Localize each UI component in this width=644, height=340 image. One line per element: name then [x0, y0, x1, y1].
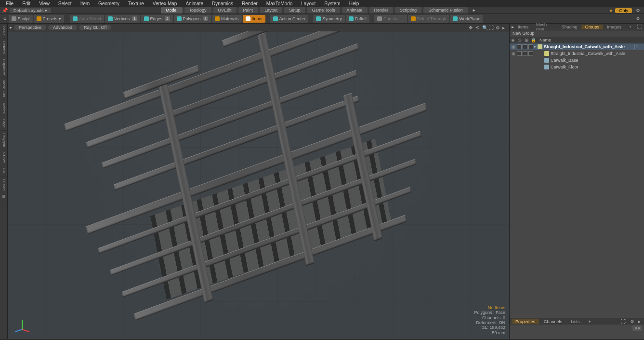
checkbox[interactable]	[523, 44, 527, 49]
polygons-button[interactable]: Polygons3	[174, 15, 211, 23]
tab-paint[interactable]: Paint	[238, 7, 258, 14]
checkbox[interactable]	[523, 51, 527, 56]
tab-gametools[interactable]: Game Tools	[307, 7, 340, 14]
checkbox[interactable]	[528, 51, 533, 56]
new-group-button[interactable]: New Group	[510, 30, 644, 37]
menu-select[interactable]: Select	[54, 1, 76, 6]
items-button[interactable]: Items	[243, 15, 265, 23]
eye-icon[interactable]: ◉	[511, 51, 516, 56]
checkbox[interactable]	[528, 44, 533, 49]
menu-layout[interactable]: Layout	[297, 1, 319, 6]
axis-gizmo-icon[interactable]	[13, 315, 32, 334]
vtab-meshedit[interactable]: Mesh Edit	[0, 78, 7, 100]
btab-maximize-icon[interactable]: ⛶	[619, 319, 628, 324]
vtab-vertex[interactable]: Vertex	[0, 100, 7, 117]
tab-uvedit[interactable]: UVEdit	[213, 7, 237, 14]
tab-animate[interactable]: Animate	[342, 7, 368, 14]
eye-icon[interactable]: ◉	[511, 44, 516, 49]
pin-icon[interactable]: 📌	[2, 8, 8, 13]
layout-dropdown[interactable]: Default Layouts ▾	[10, 8, 51, 13]
actioncenter-button[interactable]: Action Center	[270, 15, 309, 23]
vp-menu-icon[interactable]: ▸	[10, 25, 12, 30]
tree-row[interactable]: ◉ Straight_Industrial_Catwalk_with_Aisle	[510, 50, 644, 57]
btab-dropdown-icon[interactable]: ▸	[637, 319, 642, 324]
sculpt-button[interactable]: Sculpt	[9, 15, 33, 23]
menu-edit[interactable]: Edit	[18, 1, 34, 6]
vp-maximize-icon[interactable]: ⛶	[489, 25, 494, 30]
selectthrough-button[interactable]: Select Through	[408, 15, 449, 23]
properties-go-button[interactable]: >>	[632, 326, 642, 331]
viewport-shading-dropdown[interactable]: Advanced	[48, 25, 77, 30]
tab-layout[interactable]: Layout	[260, 7, 282, 14]
lock-column-icon[interactable]: 🔒	[530, 38, 537, 42]
vtab-edge[interactable]: Edge	[0, 116, 7, 131]
tab-model[interactable]: Model	[161, 7, 183, 14]
rtab-items[interactable]: Items	[514, 25, 532, 29]
viewport-raygl-toggle[interactable]: Ray GL: Off	[79, 25, 111, 30]
tree-row[interactable]: Catwalk_Base	[510, 57, 644, 64]
btab-properties[interactable]: Properties	[512, 319, 539, 324]
autoselect-button[interactable]: Auto Select	[70, 15, 104, 23]
vtab-palette-icon[interactable]: ▦	[0, 193, 7, 201]
gear-icon[interactable]: ⚙	[634, 8, 642, 13]
falloff-button[interactable]: Falloff	[346, 15, 369, 23]
vtab-uv[interactable]: UV	[0, 165, 7, 176]
viewport-type-dropdown[interactable]: Perspective	[14, 25, 46, 30]
vp-rotate-icon[interactable]: ⟲	[475, 25, 480, 30]
star-icon[interactable]: ★	[609, 8, 613, 13]
menu-vertexmap[interactable]: Vertex Map	[149, 1, 181, 6]
rtab-add[interactable]: +	[625, 25, 635, 29]
menu-file[interactable]: File	[2, 1, 17, 6]
menu-render[interactable]: Render	[238, 1, 262, 6]
vp-move-icon[interactable]: ✥	[469, 25, 473, 30]
tree-row[interactable]: ◉ ▾ Straight_Industrial_Catwalk_with_Ais…	[510, 43, 644, 50]
viewport-3d[interactable]: No Items Polygons : Face Channels: 0 Def…	[8, 31, 509, 339]
tab-schematic[interactable]: Schematic Fusion	[423, 7, 468, 14]
menu-view[interactable]: View	[35, 1, 53, 6]
menu-maxtomodo[interactable]: MaxToModo	[263, 1, 296, 6]
materials-button[interactable]: Materials	[212, 15, 242, 23]
rtab-groups[interactable]: Groups	[581, 25, 604, 29]
menu-help[interactable]: Help	[345, 1, 363, 6]
vtab-curve[interactable]: Curve	[0, 150, 7, 165]
tab-topology[interactable]: Topology	[184, 7, 211, 14]
tab-add[interactable]: +	[470, 8, 478, 13]
btab-add[interactable]: +	[585, 319, 595, 324]
checkbox[interactable]	[517, 44, 522, 49]
menu-dynamics[interactable]: Dynamics	[208, 1, 237, 6]
vp-gear-icon[interactable]: ⚙	[496, 25, 500, 30]
menu-item[interactable]: Item	[77, 1, 93, 6]
expand-icon[interactable]: ▾	[534, 44, 538, 49]
vp-dropdown-icon[interactable]: ▸	[502, 25, 507, 30]
edges-button[interactable]: Edges2	[141, 15, 173, 23]
menu-geometry[interactable]: Geometry	[94, 1, 123, 6]
camera-column-icon[interactable]: ◎	[516, 38, 523, 42]
eye-column-icon[interactable]: ◉	[510, 38, 516, 42]
vtab-deform[interactable]: Deform	[0, 39, 7, 56]
rtab-images[interactable]: Images	[603, 25, 625, 29]
tab-setup[interactable]: Setup	[284, 7, 305, 14]
symmetry-button[interactable]: Symmetry	[313, 15, 345, 23]
btab-gear-icon[interactable]: ⚙	[629, 319, 636, 324]
tree-row[interactable]: Catwalk_Floor	[510, 64, 644, 70]
rp-maximize-icon[interactable]: ⛶	[635, 24, 644, 29]
tab-render[interactable]: Render	[369, 7, 394, 14]
render-column-icon[interactable]: ▣	[523, 38, 530, 42]
toolbar-gear-icon[interactable]: ⚙	[634, 16, 642, 21]
vtab-basic[interactable]: Basic	[0, 24, 7, 39]
vtab-fusion[interactable]: Fusion	[0, 177, 7, 193]
vtab-duplicate[interactable]: Duplicate	[0, 56, 7, 78]
name-column-header[interactable]: Name	[537, 38, 644, 42]
menu-animate[interactable]: Animate	[182, 1, 207, 6]
tab-scripting[interactable]: Scripting	[395, 7, 421, 14]
presets-button[interactable]: Presets▾	[34, 15, 65, 23]
btab-lists[interactable]: Lists	[567, 319, 584, 324]
checkbox[interactable]	[517, 51, 522, 56]
menu-system[interactable]: System	[320, 1, 344, 6]
vtab-polygon[interactable]: Polygon	[0, 131, 7, 150]
item-tree[interactable]: ◉ ▾ Straight_Industrial_Catwalk_with_Ais…	[510, 43, 644, 318]
constraint-button[interactable]: Constrai…	[374, 15, 407, 23]
rtab-shading[interactable]: Shading	[558, 25, 581, 29]
menu-texture[interactable]: Texture	[124, 1, 148, 6]
workplane-button[interactable]: WorkPlane	[450, 15, 483, 23]
